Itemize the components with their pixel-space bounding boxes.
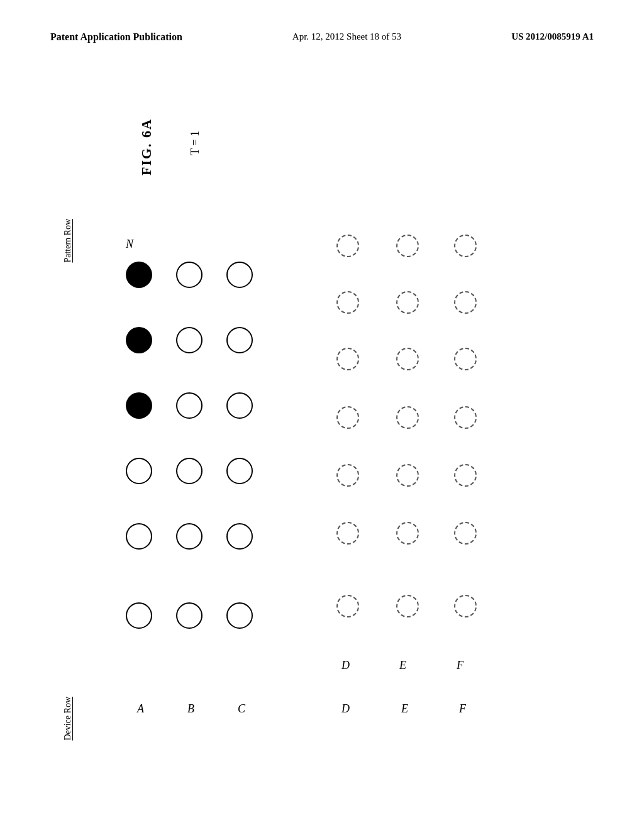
dashed-r5c1 (336, 464, 359, 487)
dashed-r4c1 (336, 406, 359, 429)
pattern-row-label: Pattern Row (63, 219, 73, 263)
circle-r2c2-open (176, 327, 203, 353)
col-e-label: E (401, 702, 408, 716)
n-label: N (126, 238, 133, 251)
sheet-info: Apr. 12, 2012 Sheet 18 of 53 (292, 31, 401, 42)
circle-r6c2-open (176, 602, 203, 629)
circle-r4c3-open (226, 458, 253, 484)
dashed-r2c3 (454, 291, 477, 314)
circle-r4c1-open (126, 458, 152, 484)
dashed-r6c3 (454, 522, 477, 545)
f-label-right: F (457, 659, 464, 672)
dashed-r7c3 (454, 595, 477, 617)
dashed-r4c2 (396, 406, 419, 429)
dashed-r5c2 (396, 464, 419, 487)
circle-r3c2-open (176, 392, 203, 419)
dashed-r2c1 (336, 291, 359, 314)
dashed-r1c3 (454, 235, 477, 257)
dashed-r1c1 (336, 235, 359, 257)
circle-r1c1-solid (126, 262, 152, 288)
col-d-label: D (341, 702, 350, 716)
dashed-r6c1 (336, 522, 359, 545)
circle-r4c2-open (176, 458, 203, 484)
col-b-label: B (187, 702, 194, 716)
dashed-r2c2 (396, 291, 419, 314)
dashed-r1c2 (396, 235, 419, 257)
circle-r1c2-open (176, 262, 203, 288)
publication-title: Patent Application Publication (50, 31, 182, 43)
page-header: Patent Application Publication Apr. 12, … (0, 0, 644, 43)
col-a-label: A (137, 702, 144, 716)
dashed-r6c2 (396, 522, 419, 545)
d-label-right: D (341, 659, 350, 672)
circle-r3c1-solid (126, 392, 152, 419)
dashed-r4c3 (454, 406, 477, 429)
circle-r5c2-open (176, 523, 203, 550)
circle-r6c1-open (126, 602, 152, 629)
circle-r2c1-solid (126, 327, 152, 353)
dashed-r3c2 (396, 348, 419, 370)
dashed-r5c3 (454, 464, 477, 487)
dashed-r7c1 (336, 595, 359, 617)
circle-r5c1-open (126, 523, 152, 550)
col-f-label: F (459, 702, 466, 716)
patent-number: US 2012/0085919 A1 (511, 31, 594, 42)
device-row-label: Device Row (63, 697, 73, 741)
col-c-label: C (238, 702, 245, 716)
e-label-right: E (399, 659, 406, 672)
dashed-r3c3 (454, 348, 477, 370)
circle-r6c3-open (226, 602, 253, 629)
dashed-r7c2 (396, 595, 419, 617)
dashed-r3c1 (336, 348, 359, 370)
circle-r3c3-open (226, 392, 253, 419)
figure-area: FIG. 6A T = 1 Pattern Row Device Row N A… (0, 55, 644, 822)
circle-r2c3-open (226, 327, 253, 353)
circle-r1c3-open (226, 262, 253, 288)
t-label: T = 1 (189, 131, 202, 155)
circle-r5c3-open (226, 523, 253, 550)
figure-label: FIG. 6A (138, 118, 155, 175)
